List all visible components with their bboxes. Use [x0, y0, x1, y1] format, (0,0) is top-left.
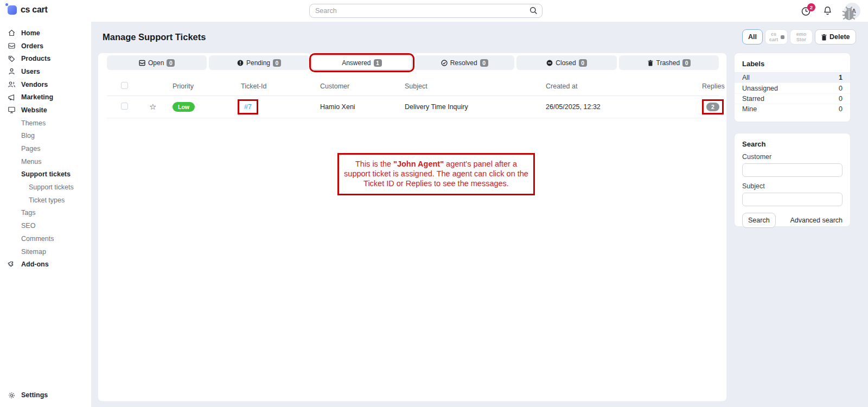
tab-count-badge: 1 [374, 59, 382, 67]
labels-title: Labels [735, 53, 850, 72]
user-avatar[interactable]: JA [844, 3, 860, 19]
replies-badge[interactable]: 2 [706, 103, 719, 111]
storefront-cscart-button[interactable]: cs cart [765, 29, 788, 44]
tab-count-badge: 0 [273, 59, 281, 67]
tickets-panel: Open 0 Pending 0 Answered 1 Resolved 0 C… [98, 53, 727, 402]
label-filter-all[interactable]: All1 [735, 72, 850, 82]
notifications-bell-icon[interactable] [823, 6, 832, 16]
storefront-label: emo Stor [793, 31, 809, 42]
monitor-icon [8, 106, 16, 114]
sidebar-item-users[interactable]: Users [0, 65, 91, 78]
sidebar-item-label: Website [21, 106, 47, 114]
star-toggle-icon[interactable]: ☆ [149, 102, 156, 112]
subject-field-label: Subject [742, 182, 843, 190]
sidebar-item-label: Products [21, 55, 50, 62]
sidebar-item-label: Tags [21, 209, 35, 217]
sidebar-item-comments[interactable]: Comments [0, 232, 91, 245]
cscart-logo-text: cs cart [21, 5, 48, 15]
topbar-icons: 2 JA [801, 3, 860, 19]
tab-open[interactable]: Open 0 [107, 55, 207, 70]
col-created-at: Created at [546, 78, 702, 96]
cscart-logo[interactable]: cs cart [8, 5, 48, 15]
sidebar-item-label: Themes [21, 119, 46, 127]
trash-icon [647, 60, 654, 66]
tab-resolved[interactable]: Resolved 0 [414, 55, 514, 70]
search-submit-button[interactable]: Search [742, 213, 776, 228]
sidebar-item-label: Orders [21, 42, 43, 50]
ticket-id-link[interactable]: #7 [244, 103, 252, 111]
storefront-label: cs cart [768, 31, 779, 42]
tab-closed[interactable]: Closed 0 [516, 55, 616, 70]
sidebar-item-support-tickets[interactable]: Support tickets [0, 181, 91, 194]
sidebar-item-themes[interactable]: Themes [0, 117, 91, 130]
sidebar-item-menus[interactable]: Menus [0, 155, 91, 168]
top-bar: cs cart 2 JA [0, 0, 868, 22]
advanced-search-link[interactable]: Advanced search [790, 217, 843, 224]
label-filter-starred[interactable]: Starred0 [735, 93, 850, 104]
sidebar-item-tags[interactable]: Tags [0, 207, 91, 220]
ticket-id-highlight-box: #7 [238, 99, 258, 115]
sidebar-item-ticket-types[interactable]: Ticket types [0, 194, 91, 207]
storefront-demo-button[interactable]: emo Stor [790, 29, 813, 44]
col-replies: Replies [702, 78, 719, 96]
customer-field[interactable] [742, 163, 843, 177]
pending-icon [237, 60, 244, 66]
tag-icon [8, 55, 16, 63]
tab-count-badge: 0 [480, 59, 488, 67]
label-count: 0 [839, 95, 843, 103]
ticket-row: ☆ Low #7 Hamio Xeni Delivery Time Inquir… [107, 96, 719, 118]
debug-bug-icon [840, 4, 858, 22]
global-search [309, 4, 542, 18]
sidebar-item-website[interactable]: Website [0, 104, 91, 117]
row-checkbox[interactable] [121, 103, 128, 110]
label-name: Unassigned [742, 85, 778, 92]
label-filter-unassigned[interactable]: Unassigned0 [735, 82, 850, 93]
label-name: Mine [742, 105, 757, 113]
updates-clock-icon[interactable]: 2 [801, 6, 811, 16]
col-priority: Priority [173, 78, 241, 96]
global-search-input[interactable] [309, 4, 542, 18]
select-all-checkbox[interactable] [121, 82, 128, 89]
sidebar-item-label: Blog [21, 132, 35, 139]
tab-answered[interactable]: Answered 1 [311, 55, 412, 70]
sidebar-nav: Home Orders Products Users Vendors Marke… [0, 22, 91, 407]
tab-pending[interactable]: Pending 0 [209, 55, 309, 70]
label-count: 0 [839, 105, 843, 113]
cscart-logo-icon [8, 5, 17, 15]
tab-label: Answered [342, 59, 371, 67]
search-icon[interactable] [529, 7, 538, 15]
customer-cell: Hamio Xeni [320, 96, 405, 118]
filter-all-button[interactable]: All [742, 29, 763, 44]
sidebar-item-settings[interactable]: Settings [0, 389, 91, 402]
tab-trashed[interactable]: Trashed 0 [619, 55, 719, 70]
subject-field[interactable] [742, 193, 843, 206]
sidebar-item-pages[interactable]: Pages [0, 142, 91, 155]
search-panel: Search Customer Subject Search Advanced … [734, 133, 851, 227]
sidebar-item-label: Users [21, 68, 40, 75]
sidebar-item-blog[interactable]: Blog [0, 130, 91, 143]
puzzle-icon [8, 260, 16, 269]
orders-icon [8, 42, 16, 50]
tickets-table: Priority Ticket-Id Customer Subject Crea… [107, 78, 719, 118]
page: cs cart 2 JA [0, 0, 868, 407]
sidebar-item-vendors[interactable]: Vendors [0, 78, 91, 91]
sidebar-item-seo[interactable]: SEO [0, 219, 91, 232]
label-filter-mine[interactable]: Mine0 [735, 104, 850, 114]
annotation-note: This is the "John Agent" agent's panel a… [337, 153, 535, 195]
created-at-cell: 26/05/2025, 12:32 [546, 96, 702, 118]
sidebar-item-support-tickets-section[interactable]: Support tickets [0, 168, 91, 181]
closed-minus-icon [546, 60, 553, 66]
sidebar-item-products[interactable]: Products [0, 52, 91, 65]
sidebar-item-label: Marketing [21, 93, 53, 101]
sidebar-item-orders[interactable]: Orders [0, 40, 91, 53]
status-tabstrip: Open 0 Pending 0 Answered 1 Resolved 0 C… [107, 55, 719, 70]
gear-icon [8, 391, 16, 399]
delete-button[interactable]: Delete [815, 29, 856, 44]
sidebar-item-marketing[interactable]: Marketing [0, 91, 91, 104]
tab-count-badge: 0 [682, 59, 691, 67]
sidebar-item-home[interactable]: Home [0, 27, 91, 40]
sidebar-item-addons[interactable]: Add-ons [0, 258, 91, 271]
user-icon [8, 67, 16, 75]
sidebar-item-label: Menus [21, 158, 42, 166]
sidebar-item-sitemap[interactable]: Sitemap [0, 245, 91, 258]
